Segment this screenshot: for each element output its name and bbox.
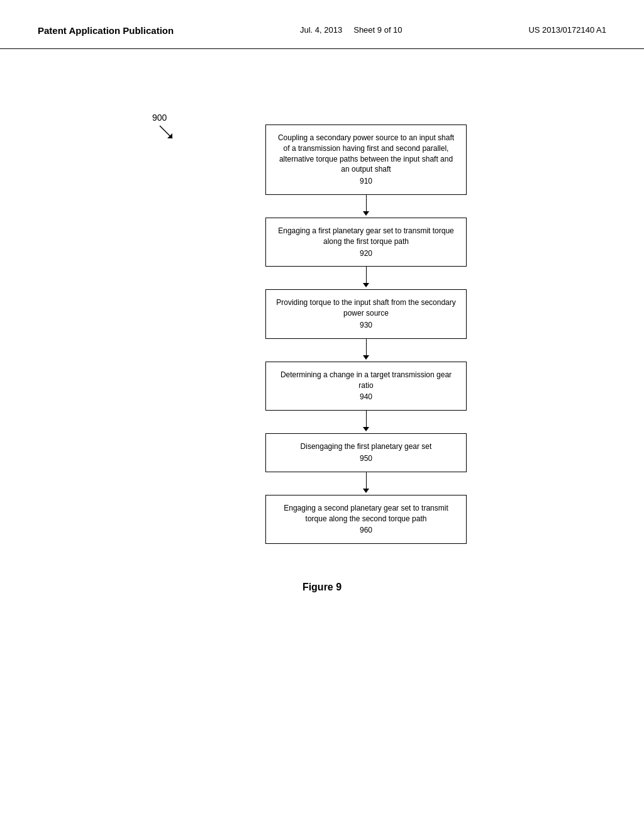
step-940-box: Determining a change in a target transmi… <box>265 362 467 411</box>
figure-label: Figure 9 <box>303 582 341 592</box>
step-950-text: Disengaging the first planetary gear set <box>301 442 432 451</box>
arrow-910-920 <box>363 195 369 218</box>
diagram-container: 900 Coupling a secondary power source to… <box>133 112 511 544</box>
step-920-text: Engaging a first planetary gear set to t… <box>278 226 454 246</box>
step-920-box: Engaging a first planetary gear set to t… <box>265 218 467 267</box>
sheet-info: Sheet 9 of 10 <box>353 25 402 35</box>
arrow-940-950 <box>363 411 369 433</box>
arrow-930-940 <box>363 339 369 362</box>
step-910-text: Coupling a secondary power source to an … <box>278 133 454 174</box>
diagonal-arrow-icon <box>158 124 177 143</box>
arrow-920-930 <box>363 267 369 289</box>
step-960-box: Engaging a second planetary gear set to … <box>265 495 467 544</box>
arrow-indicator <box>158 124 177 146</box>
step-910-box: Coupling a secondary power source to an … <box>265 124 467 195</box>
step-930-text: Providing torque to the input shaft from… <box>276 298 456 318</box>
patent-number: US 2013/0172140 A1 <box>528 25 606 35</box>
step-960-text: Engaging a second planetary gear set to … <box>284 504 448 523</box>
step-940-number: 940 <box>276 392 456 402</box>
step-960-number: 960 <box>276 525 456 536</box>
main-content: 900 Coupling a secondary power source to… <box>0 49 644 606</box>
step-950-box: Disengaging the first planetary gear set… <box>265 433 467 472</box>
page-header: Patent Application Publication Jul. 4, 2… <box>0 0 644 49</box>
arrow-950-960 <box>363 472 369 495</box>
step-940-text: Determining a change in a target transmi… <box>280 370 452 390</box>
step-910-number: 910 <box>276 176 456 187</box>
step-930-box: Providing torque to the input shaft from… <box>265 289 467 338</box>
diagram-number: 900 <box>152 113 167 123</box>
header-center: Jul. 4, 2013 Sheet 9 of 10 <box>300 25 402 35</box>
publication-date: Jul. 4, 2013 <box>300 25 342 35</box>
publication-title: Patent Application Publication <box>38 25 174 36</box>
diagram-label: 900 <box>152 112 171 145</box>
page: Patent Application Publication Jul. 4, 2… <box>0 0 644 830</box>
step-930-number: 930 <box>276 320 456 331</box>
figure-caption: Figure 9 <box>303 582 341 593</box>
step-920-number: 920 <box>276 248 456 259</box>
flowchart: Coupling a secondary power source to an … <box>209 124 523 544</box>
step-950-number: 950 <box>276 453 456 464</box>
